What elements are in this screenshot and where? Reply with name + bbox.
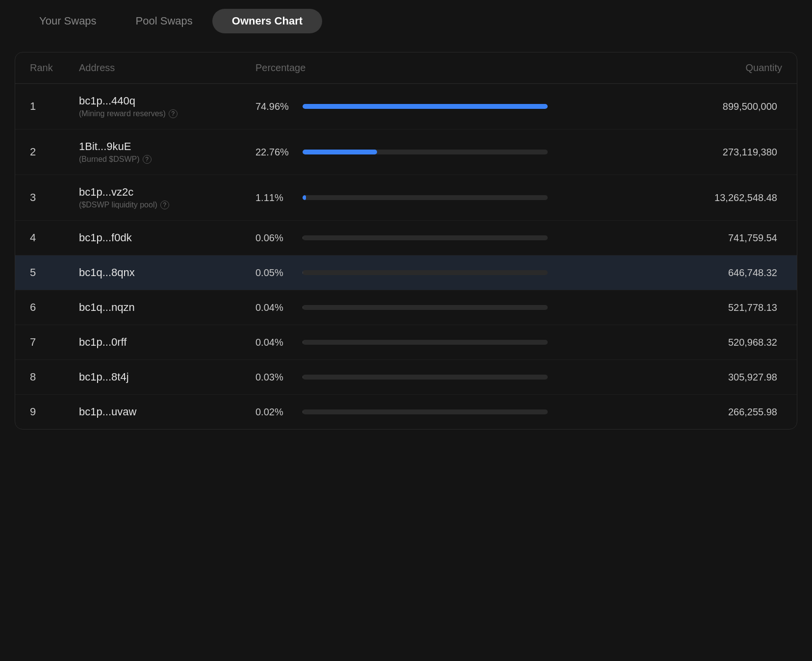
- help-icon[interactable]: ?: [169, 109, 178, 118]
- address-cell: bc1p...vz2c($DSWP liquidity pool)?: [79, 186, 255, 209]
- address-main: bc1p...440q: [79, 95, 255, 107]
- percentage-cell: 22.76%: [255, 147, 664, 158]
- bar-container: [303, 340, 548, 345]
- address-cell: bc1p...uvaw: [79, 406, 255, 418]
- address-main: bc1p...uvaw: [79, 406, 255, 418]
- col-header-rank: Rank: [30, 62, 79, 74]
- address-label: ($DSWP liquidity pool)?: [79, 201, 255, 209]
- rank-cell: 4: [30, 231, 79, 244]
- quantity-cell: 521,778.13: [664, 302, 782, 313]
- address-main: 1Bit...9kuE: [79, 140, 255, 153]
- percentage-cell: 0.06%: [255, 232, 664, 244]
- bar-fill: [303, 150, 377, 154]
- tab-owners-chart[interactable]: Owners Chart: [212, 9, 322, 33]
- percentage-label: 0.05%: [255, 267, 295, 279]
- percentage-label: 0.02%: [255, 407, 295, 418]
- percentage-cell: 0.03%: [255, 372, 664, 383]
- quantity-cell: 273,119,380: [664, 147, 782, 158]
- col-header-percentage: Percentage: [255, 62, 664, 74]
- rank-cell: 7: [30, 336, 79, 349]
- address-cell: 1Bit...9kuE(Burned $DSWP)?: [79, 140, 255, 164]
- rank-cell: 3: [30, 191, 79, 204]
- table-row[interactable]: 3bc1p...vz2c($DSWP liquidity pool)?1.11%…: [15, 175, 797, 221]
- table-row[interactable]: 7bc1p...0rff0.04%520,968.32: [15, 325, 797, 360]
- percentage-cell: 74.96%: [255, 101, 664, 112]
- address-cell: bc1p...440q(Mining reward reserves)?: [79, 95, 255, 118]
- rank-cell: 9: [30, 406, 79, 418]
- quantity-cell: 305,927.98: [664, 372, 782, 383]
- percentage-cell: 0.05%: [255, 267, 664, 279]
- bar-container: [303, 409, 548, 414]
- table-body: 1bc1p...440q(Mining reward reserves)?74.…: [15, 84, 797, 429]
- address-label: (Mining reward reserves)?: [79, 109, 255, 118]
- col-header-quantity: Quantity: [664, 62, 782, 74]
- quantity-cell: 520,968.32: [664, 337, 782, 348]
- help-icon[interactable]: ?: [160, 201, 169, 209]
- address-cell: bc1p...8t4j: [79, 371, 255, 383]
- bar-container: [303, 235, 548, 240]
- address-main: bc1q...8qnx: [79, 266, 255, 279]
- address-cell: bc1p...0rff: [79, 336, 255, 349]
- percentage-label: 0.04%: [255, 337, 295, 348]
- bar-container: [303, 305, 548, 310]
- col-header-address: Address: [79, 62, 255, 74]
- rank-cell: 5: [30, 266, 79, 279]
- table-row[interactable]: 1bc1p...440q(Mining reward reserves)?74.…: [15, 84, 797, 129]
- address-main: bc1p...0rff: [79, 336, 255, 349]
- rank-cell: 1: [30, 100, 79, 113]
- rank-cell: 6: [30, 301, 79, 314]
- address-cell: bc1q...nqzn: [79, 301, 255, 314]
- table-row[interactable]: 5bc1q...8qnx0.05%646,748.32: [15, 255, 797, 290]
- help-icon[interactable]: ?: [143, 155, 152, 164]
- bar-container: [303, 270, 548, 275]
- bar-container: [303, 104, 548, 109]
- rank-cell: 8: [30, 371, 79, 383]
- percentage-label: 0.04%: [255, 302, 295, 313]
- address-main: bc1p...f0dk: [79, 231, 255, 244]
- percentage-cell: 0.04%: [255, 302, 664, 313]
- address-main: bc1p...vz2c: [79, 186, 255, 199]
- address-main: bc1p...8t4j: [79, 371, 255, 383]
- table-row[interactable]: 21Bit...9kuE(Burned $DSWP)?22.76%273,119…: [15, 129, 797, 175]
- bar-container: [303, 195, 548, 200]
- bar-container: [303, 375, 548, 380]
- table-row[interactable]: 8bc1p...8t4j0.03%305,927.98: [15, 360, 797, 395]
- tab-pool-swaps[interactable]: Pool Swaps: [116, 9, 212, 33]
- address-main: bc1q...nqzn: [79, 301, 255, 314]
- percentage-cell: 0.02%: [255, 407, 664, 418]
- quantity-cell: 741,759.54: [664, 232, 782, 244]
- bar-fill: [303, 104, 548, 109]
- percentage-label: 22.76%: [255, 147, 295, 158]
- percentage-label: 0.03%: [255, 372, 295, 383]
- quantity-cell: 13,262,548.48: [664, 192, 782, 203]
- table-row[interactable]: 4bc1p...f0dk0.06%741,759.54: [15, 221, 797, 255]
- quantity-cell: 266,255.98: [664, 407, 782, 418]
- quantity-cell: 899,500,000: [664, 101, 782, 112]
- table-container: Rank Address Percentage Quantity 1bc1p..…: [15, 52, 797, 430]
- percentage-label: 0.06%: [255, 232, 295, 244]
- address-label: (Burned $DSWP)?: [79, 155, 255, 164]
- table-row[interactable]: 6bc1q...nqzn0.04%521,778.13: [15, 290, 797, 325]
- address-cell: bc1p...f0dk: [79, 231, 255, 244]
- tab-your-swaps[interactable]: Your Swaps: [20, 9, 116, 33]
- rank-cell: 2: [30, 146, 79, 158]
- bar-fill: [303, 195, 306, 200]
- quantity-cell: 646,748.32: [664, 267, 782, 279]
- table-row[interactable]: 9bc1p...uvaw0.02%266,255.98: [15, 395, 797, 429]
- percentage-label: 74.96%: [255, 101, 295, 112]
- header-tabs: Your SwapsPool SwapsOwners Chart: [0, 0, 812, 42]
- bar-container: [303, 150, 548, 154]
- address-cell: bc1q...8qnx: [79, 266, 255, 279]
- percentage-cell: 1.11%: [255, 192, 664, 203]
- percentage-label: 1.11%: [255, 192, 295, 203]
- percentage-cell: 0.04%: [255, 337, 664, 348]
- table-header: Rank Address Percentage Quantity: [15, 52, 797, 84]
